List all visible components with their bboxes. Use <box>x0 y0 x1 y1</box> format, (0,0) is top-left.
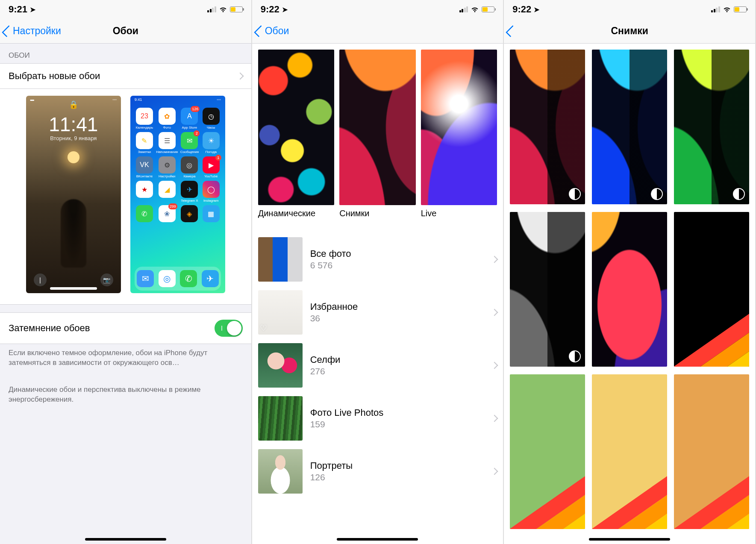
app-icon: ✉2 <box>181 132 198 149</box>
dynamic-thumbnail <box>258 50 335 205</box>
app-icon: ✎ <box>136 132 153 149</box>
dock-app-icon: ✆ <box>180 270 197 287</box>
album-thumbnail <box>258 343 303 388</box>
back-button[interactable]: Обои <box>256 25 289 37</box>
album-count: 276 <box>310 366 485 376</box>
chevron-right-icon <box>491 309 498 316</box>
dark-mode-icon <box>569 188 581 200</box>
album-count: 159 <box>310 419 485 429</box>
app-icon: ❀299 <box>159 205 176 222</box>
lock-preview-date: Вторник, 9 января <box>26 135 121 141</box>
back-button[interactable]: Настройки <box>4 25 61 37</box>
nav-bar: Настройки Обои <box>0 19 251 44</box>
screen-wallpaper-settings: 9:21 ➤ Настройки Обои ОБОИ Выбрать новые… <box>0 0 252 544</box>
wallpaper-tile[interactable] <box>510 50 585 204</box>
app-icon: ◎ <box>181 156 198 173</box>
chevron-left-icon <box>2 25 14 37</box>
album-count: 6 576 <box>310 260 485 271</box>
home-indicator[interactable] <box>337 538 418 541</box>
dark-mode-icon <box>569 350 581 362</box>
flashlight-icon: ❘ <box>34 273 47 286</box>
live-thumbnail <box>421 50 497 205</box>
app-icon: ☰ <box>159 132 176 149</box>
album-thumbnail <box>258 237 303 282</box>
section-header-wallpaper: ОБОИ <box>0 44 251 63</box>
dynamic-footer-text: Динамические обои и перспектива выключен… <box>0 381 251 409</box>
album-thumbnail <box>258 449 303 494</box>
screen-stills: 9:22 ➤ Снимки <box>504 0 756 544</box>
back-label: Настройки <box>13 25 61 37</box>
dock-app-icon: ◎ <box>159 270 176 287</box>
lock-icon: 🔒 <box>69 100 78 109</box>
home-indicator[interactable] <box>85 538 166 541</box>
heart-icon: ♡ <box>260 323 267 333</box>
album-list: Все фото 6 576 ♡ Избранное 36 Селфи 276 <box>252 233 503 498</box>
home-indicator[interactable] <box>589 538 670 541</box>
cellular-icon <box>711 6 720 12</box>
album-thumbnail <box>258 396 303 441</box>
location-icon: ➤ <box>282 6 288 14</box>
back-label: Обои <box>265 25 289 37</box>
stills-thumbnail <box>339 50 416 205</box>
dock-app-icon: ✉ <box>137 270 154 287</box>
lock-screen-preview[interactable]: ▬◦◦◦ 🔒 11:41 Вторник, 9 января ❘ 📷 <box>26 96 121 293</box>
app-icon: A126 <box>181 108 198 125</box>
app-icon: ★ <box>136 181 153 198</box>
wallpaper-grid <box>504 44 755 535</box>
wallpaper-tile[interactable] <box>510 212 585 367</box>
wallpaper-tile[interactable] <box>674 212 749 367</box>
battery-icon <box>230 6 243 12</box>
album-title: Портреты <box>310 460 485 471</box>
category-stills[interactable]: Снимки <box>339 50 416 218</box>
chevron-left-icon <box>506 25 518 37</box>
app-icon: ☀ <box>203 132 220 149</box>
screen-choose-wallpaper: 9:22 ➤ Обои Динамические Снимки <box>252 0 504 544</box>
chevron-right-icon <box>491 362 498 369</box>
app-icon: VK <box>136 156 153 173</box>
album-live-photos[interactable]: Фото Live Photos 159 <box>252 392 503 445</box>
wallpaper-tile[interactable] <box>592 212 667 367</box>
wallpaper-tile[interactable] <box>592 50 667 204</box>
home-screen-preview[interactable]: 9:41◦◦◦ 23Календарь✿ФотоA126App Store◷Ча… <box>130 96 225 293</box>
wallpaper-tile[interactable] <box>674 374 749 529</box>
app-icon: ✿ <box>159 108 176 125</box>
status-bar: 9:22 ➤ <box>504 0 755 19</box>
app-icon: ▶1 <box>203 156 220 173</box>
category-label: Снимки <box>339 209 416 218</box>
nav-bar: Обои <box>252 19 503 44</box>
dim-footer-text: Если включено темное оформление, обои на… <box>0 344 251 372</box>
app-icon: ▦ <box>203 205 220 222</box>
location-icon: ➤ <box>30 6 35 14</box>
location-icon: ➤ <box>534 6 539 14</box>
album-all-photos[interactable]: Все фото 6 576 <box>252 233 503 286</box>
wallpaper-tile[interactable] <box>510 374 585 529</box>
album-selfies[interactable]: Селфи 276 <box>252 339 503 392</box>
back-button[interactable] <box>508 26 515 36</box>
album-favorites[interactable]: ♡ Избранное 36 <box>252 286 503 339</box>
category-row: Динамические Снимки Live <box>252 44 503 222</box>
choose-new-wallpaper-cell[interactable]: Выбрать новые обои <box>0 63 251 89</box>
wifi-icon <box>723 6 731 13</box>
cellular-icon <box>207 6 216 12</box>
dim-label: Затемнение обоев <box>9 323 90 334</box>
album-portraits[interactable]: Портреты 126 <box>252 445 503 498</box>
chevron-right-icon <box>491 415 498 422</box>
dim-toggle[interactable] <box>215 320 243 337</box>
chevron-right-icon <box>491 468 498 475</box>
status-bar: 9:22 ➤ <box>252 0 503 19</box>
cellular-icon <box>459 6 468 12</box>
battery-icon <box>482 6 494 12</box>
dock-app-icon: ✈ <box>202 270 219 287</box>
dim-wallpaper-cell: Затемнение обоев <box>0 312 251 344</box>
wallpaper-tile[interactable] <box>592 374 667 529</box>
status-time: 9:22 <box>261 4 279 15</box>
app-icon: 23 <box>136 108 153 125</box>
category-live[interactable]: Live <box>421 50 497 218</box>
album-title: Фото Live Photos <box>310 407 485 418</box>
dark-mode-icon <box>651 188 663 200</box>
album-count: 36 <box>310 313 485 323</box>
page-title: Снимки <box>504 25 755 37</box>
album-count: 126 <box>310 472 485 482</box>
category-dynamic[interactable]: Динамические <box>258 50 335 218</box>
wallpaper-tile[interactable] <box>674 50 749 204</box>
